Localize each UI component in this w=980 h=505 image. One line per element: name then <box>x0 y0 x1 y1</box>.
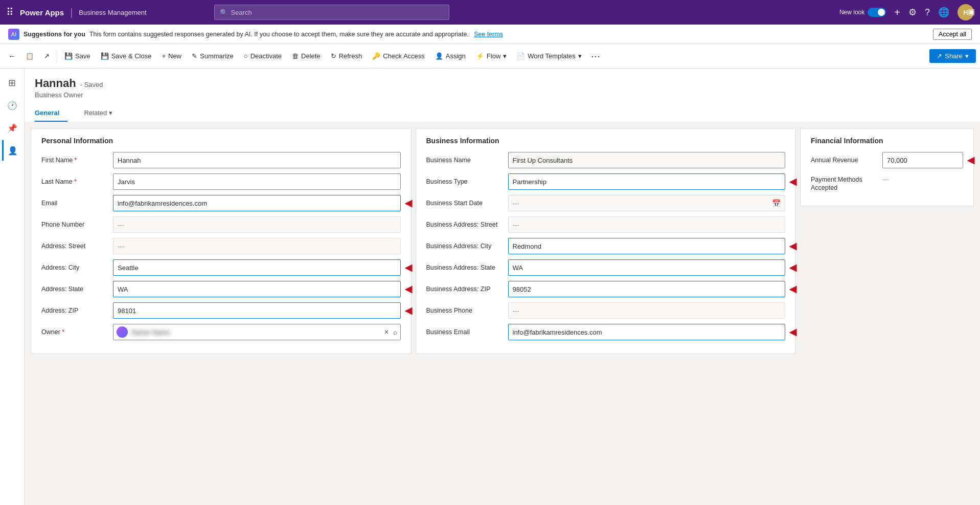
word-templates-icon: 📄 <box>517 52 525 60</box>
label-business-phone: Business Phone <box>426 307 508 314</box>
input-business-address-zip[interactable] <box>508 281 786 297</box>
summarize-button[interactable]: ✎ Summarize <box>187 49 239 63</box>
input-wrapper-owner: Owner Name ✕ ⌕ <box>113 324 401 340</box>
owner-search-button[interactable]: ⌕ <box>393 328 397 336</box>
input-wrapper-first-name <box>113 152 401 168</box>
label-business-address-zip: Business Address: ZIP <box>426 286 508 293</box>
input-business-address-city[interactable] <box>508 238 786 254</box>
new-button[interactable]: + New <box>156 49 187 63</box>
deactivate-button[interactable]: ○ Deactivate <box>239 49 287 63</box>
input-wrapper-business-address-state: ◀ <box>508 259 786 276</box>
label-address-zip: Address: ZIP <box>41 307 113 314</box>
field-phone: Phone Number --- <box>41 216 401 233</box>
sidebar-icon-home[interactable]: ⊞ <box>2 73 22 93</box>
search-input[interactable] <box>231 9 444 16</box>
contact-icon: 👤 <box>8 146 18 156</box>
field-business-start-date: Business Start Date --- 📅 <box>426 195 786 211</box>
pop-out-button[interactable]: ↗ <box>39 49 55 63</box>
ai-icon: AI <box>8 29 19 40</box>
input-business-name[interactable] <box>508 152 786 168</box>
business-phone-dash: --- <box>508 302 786 319</box>
settings-icon[interactable]: ⚙ <box>908 7 917 18</box>
sidebar-icon-contact[interactable]: 👤 <box>2 140 22 161</box>
home-icon: ⊞ <box>8 77 16 89</box>
calendar-icon[interactable]: 📅 <box>772 199 781 207</box>
field-address-zip: Address: ZIP ◀ <box>41 302 401 319</box>
business-start-date-field[interactable]: --- 📅 <box>508 195 786 211</box>
save-close-icon: 💾 <box>101 52 109 60</box>
record-title-row: Hannah - Saved <box>35 77 970 90</box>
field-payment-methods: Payment Methods Accepted --- <box>811 173 963 192</box>
accept-all-button[interactable]: Accept all <box>933 29 972 40</box>
sidebar-toggle-icon[interactable]: ▣ <box>963 0 980 24</box>
input-wrapper-business-name <box>508 152 786 168</box>
main-layout: ⊞ 🕐 📌 👤 Hannah - Saved Business Owner Ge… <box>0 69 980 505</box>
sidebar-icon-pinned[interactable]: 📌 <box>2 118 22 138</box>
back-button[interactable]: ← <box>4 49 20 64</box>
city-arrow: ◀ <box>405 262 412 273</box>
state-arrow: ◀ <box>405 283 412 295</box>
command-bar: ← 📋 ↗ 💾 Save 💾 Save & Close + New ✎ Summ… <box>0 44 980 69</box>
delete-button[interactable]: 🗑 Delete <box>287 49 326 63</box>
input-wrapper-business-address-zip: ◀ <box>508 281 786 297</box>
input-last-name[interactable] <box>113 173 401 190</box>
check-access-button[interactable]: 🔑 Check Access <box>367 49 430 63</box>
input-email[interactable] <box>113 195 401 211</box>
business-address-street-dash: --- <box>508 216 786 233</box>
assign-button[interactable]: 👤 Assign <box>430 49 471 63</box>
record-name: Hannah <box>35 77 76 90</box>
new-look-toggle[interactable]: New look <box>839 8 886 17</box>
record-subtitle: Business Owner <box>35 91 970 99</box>
record-header: Hannah - Saved Business Owner General Re… <box>25 69 980 122</box>
more-button[interactable]: ⋯ <box>587 48 604 65</box>
input-address-state[interactable] <box>113 281 401 297</box>
pinned-icon: 📌 <box>7 123 17 133</box>
field-business-email: Business Email ◀ <box>426 324 786 340</box>
business-type-arrow: ◀ <box>789 176 796 187</box>
help-icon[interactable]: ? <box>925 7 930 18</box>
business-start-date-dash: --- <box>513 200 519 207</box>
owner-field[interactable]: Owner Name ✕ ⌕ <box>113 324 401 340</box>
save-icon: 💾 <box>64 52 73 60</box>
plus-icon[interactable]: + <box>894 7 900 18</box>
input-annual-revenue[interactable] <box>882 152 963 168</box>
field-business-type: Business Type ◀ <box>426 173 786 190</box>
input-address-zip[interactable] <box>113 302 401 319</box>
personal-section: Personal Information First Name * Last N… <box>31 128 412 354</box>
word-templates-button[interactable]: 📄 Word Templates ▾ <box>512 49 586 63</box>
label-address-state: Address: State <box>41 286 113 293</box>
business-zip-arrow: ◀ <box>789 283 796 295</box>
clipboard-icon: 📋 <box>26 52 34 60</box>
label-business-email: Business Email <box>426 328 508 336</box>
input-address-city[interactable] <box>113 259 401 276</box>
input-business-type[interactable] <box>508 173 786 190</box>
owner-clear-button[interactable]: ✕ <box>384 328 389 336</box>
input-business-address-state[interactable] <box>508 259 786 276</box>
save-button[interactable]: 💾 Save <box>59 49 96 63</box>
label-business-address-street: Business Address: Street <box>426 221 508 229</box>
share-button[interactable]: ↗ Share ▾ <box>929 49 976 63</box>
email-arrow: ◀ <box>405 197 412 209</box>
form-sections: Personal Information First Name * Last N… <box>25 122 980 360</box>
see-terms-link[interactable]: See terms <box>474 31 503 38</box>
globe-icon[interactable]: 🌐 <box>938 7 949 18</box>
flow-button[interactable]: ⚡ Flow ▾ <box>471 49 512 63</box>
save-close-button[interactable]: 💾 Save & Close <box>96 49 157 63</box>
tab-related[interactable]: Related ▾ <box>76 105 121 122</box>
field-owner: Owner * Owner Name ✕ ⌕ <box>41 324 401 340</box>
refresh-button[interactable]: ↻ Refresh <box>326 49 368 63</box>
tab-general[interactable]: General <box>35 105 67 122</box>
suggestions-text: This form contains suggested responses g… <box>89 31 469 38</box>
new-look-switch[interactable] <box>868 8 886 17</box>
waffle-icon[interactable]: ⠿ <box>6 6 14 18</box>
address-street-dash: --- <box>113 238 401 254</box>
sidebar-icon-recent[interactable]: 🕐 <box>2 95 22 116</box>
label-business-address-state: Business Address: State <box>426 264 508 271</box>
search-bar[interactable]: 🔍 <box>214 5 449 20</box>
business-state-arrow: ◀ <box>789 262 796 273</box>
label-owner: Owner * <box>41 328 113 336</box>
input-business-email[interactable] <box>508 324 786 340</box>
clipboard-icon-button[interactable]: 📋 <box>20 49 39 63</box>
input-wrapper-business-type: ◀ <box>508 173 786 190</box>
input-first-name[interactable] <box>113 152 401 168</box>
